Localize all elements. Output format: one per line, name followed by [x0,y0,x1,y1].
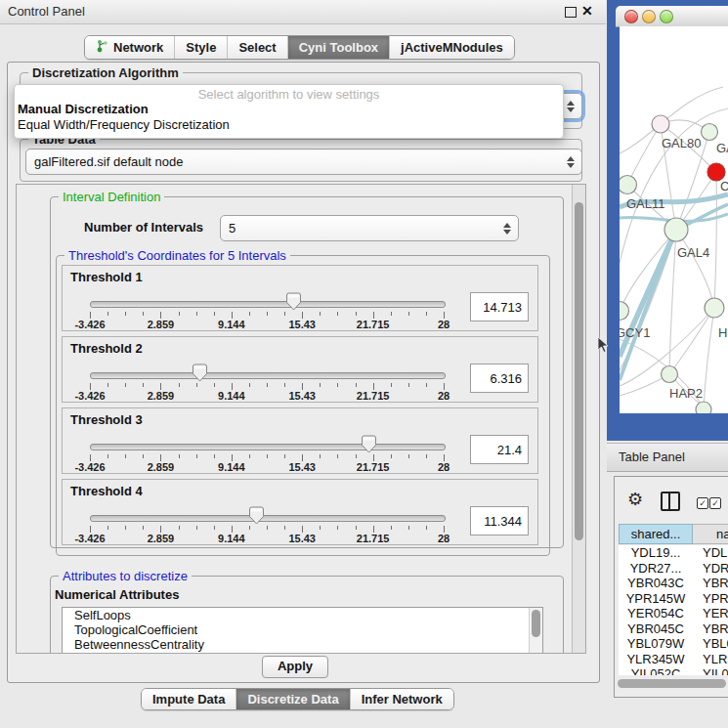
checkbox-icon[interactable]: ✓ [697,497,708,509]
control-panel-titlebar [0,0,606,24]
node-gal11[interactable] [620,176,637,194]
column-header-name[interactable]: na [693,524,728,544]
cell-shared-name: YDL19... [619,545,693,561]
gear-icon[interactable]: ⚙ [627,489,643,510]
checkbox-icon[interactable]: ✓ [709,497,721,509]
tick-mark [249,383,250,387]
column-layout-icon[interactable] [661,492,680,511]
zoom-traffic-light-icon[interactable] [660,10,673,23]
tick-mark [391,312,392,316]
cell-name: YBR0 [693,576,728,591]
attribute-item-betweennesscentrality[interactable]: BetweennessCentrality [63,637,542,652]
table-horizontal-scrollbar[interactable] [618,679,726,688]
tick-mark [302,454,303,461]
num-intervals-label: Number of Intervals [84,220,203,235]
minimize-traffic-light-icon[interactable] [642,10,656,23]
cell-shared-name: YBR043C [619,576,693,591]
tab-cyni-toolbox[interactable]: Cyni Toolbox [287,36,389,59]
threshold-tick-labels: -3.4262.8599.14415.4321.71528 [90,461,444,473]
tick-mark [284,526,285,530]
table-row[interactable]: YBR043CYBR0 [619,576,728,591]
threshold-slider-handle[interactable] [362,435,376,453]
tick-mark [196,312,197,316]
tab-network[interactable]: Network [85,36,174,59]
table-data-combobox[interactable]: galFiltered.sif default node [25,149,582,175]
attribute-item-selfloops[interactable]: SelfLoops [63,608,542,622]
node-gal80[interactable] [652,115,669,133]
table-row[interactable]: YBL079WYBL0 [619,636,728,652]
close-traffic-light-icon[interactable] [624,10,638,23]
network-window-titlebar[interactable] [616,6,728,27]
tick-mark [337,312,338,316]
table-row[interactable]: YDR27...YDR2 [619,561,728,577]
tick-mark [320,526,321,530]
tick-label: 2.859 [148,461,175,473]
tab-jactivemnodules[interactable]: jActiveMNodules [389,36,514,59]
threshold-slider-track[interactable] [90,515,446,522]
scrollbar-thumb[interactable] [618,679,726,688]
table-row[interactable]: YDL19...YDL1 [619,545,728,561]
threshold-value-field[interactable]: 14.713 [470,292,529,321]
table-row[interactable]: YBR045CYBR0 [619,621,728,637]
float-window-icon[interactable] [565,7,577,18]
node-gal4[interactable] [664,218,688,241]
threshold-value-field[interactable]: 11.344 [470,506,529,535]
dropdown-option-manual[interactable]: Manual Discretization [15,102,563,117]
tab-infer-network[interactable]: Infer Network [350,689,453,709]
table-row[interactable]: YLR345WYLR3 [619,652,728,667]
numerical-attributes-list[interactable]: SelfLoopsTopologicalCoefficientBetweenne… [62,607,543,654]
tick-label: 15.43 [288,533,316,544]
node-partial[interactable] [696,402,711,413]
scrollbar-thumb[interactable] [575,202,583,540]
tick-mark [249,526,250,530]
threshold-slider-track[interactable] [90,301,446,308]
column-header-shared-name[interactable]: shared... [619,524,693,544]
table-panel-title: Table Panel [619,450,685,464]
tick-mark [179,312,180,316]
threshold-slider-track[interactable] [90,444,446,450]
scrollbar-thumb[interactable] [532,610,540,637]
tick-label: 2.859 [148,319,175,330]
dropdown-option-equal-width[interactable]: Equal Width/Frequency Discretization [15,117,563,133]
tab-select[interactable]: Select [227,36,286,59]
threshold-slider-handle[interactable] [286,292,301,311]
node-hap2[interactable] [662,366,678,383]
threshold-value-field[interactable]: 6.316 [470,364,529,393]
threshold-value-field[interactable]: 21.4 [470,435,529,464]
threshold-slider-handle[interactable] [193,364,207,382]
settings-vertical-scrollbar[interactable] [572,185,586,653]
tab-label: Discretize Data [247,692,338,707]
tick-mark [444,526,445,533]
tab-label: Impute Data [152,692,225,707]
attributes-group-title: Attributes to discretize [59,569,192,583]
apply-button[interactable]: Apply [262,656,328,678]
num-intervals-combobox[interactable]: 5 [220,215,519,241]
network-graph: GAL80 GA C GAL11 GAL4 GCY1 H HAP2 [620,26,728,413]
tick-mark [426,526,427,530]
tick-mark [249,454,250,458]
threshold-panel: Threshold 4 -3.4262.8599.14415.4321.7152… [62,479,538,545]
tab-style[interactable]: Style [174,36,227,59]
node-gcy1[interactable] [620,302,629,321]
attribute-item-topologicalcoefficient[interactable]: TopologicalCoefficient [63,622,542,637]
tick-label: 21.715 [357,533,390,544]
tick-label: 28 [438,319,450,330]
network-canvas[interactable]: GAL80 GA C GAL11 GAL4 GCY1 H HAP2 [620,26,728,413]
table-row[interactable]: YPR145WYPR1 [619,591,728,607]
node-ga[interactable] [702,124,718,141]
table-row[interactable]: YER054CYER0 [619,606,728,621]
close-icon[interactable]: ✕ [581,3,593,19]
tick-label: -3.426 [74,461,105,473]
tick-mark [444,312,445,319]
attributes-list-scrollbar[interactable] [529,608,542,654]
tick-label: 9.144 [218,390,245,402]
threshold-slider-handle[interactable] [249,506,264,525]
tick-mark [373,454,374,461]
table-row[interactable]: YIL052CYIL0 [619,666,728,675]
threshold-slider-track[interactable] [90,372,446,379]
node-h[interactable] [705,298,724,318]
tick-mark [160,526,161,533]
tick-label: -3.426 [74,390,105,402]
tab-impute-data[interactable]: Impute Data [142,689,236,709]
tab-discretize-data[interactable]: Discretize Data [236,689,349,709]
